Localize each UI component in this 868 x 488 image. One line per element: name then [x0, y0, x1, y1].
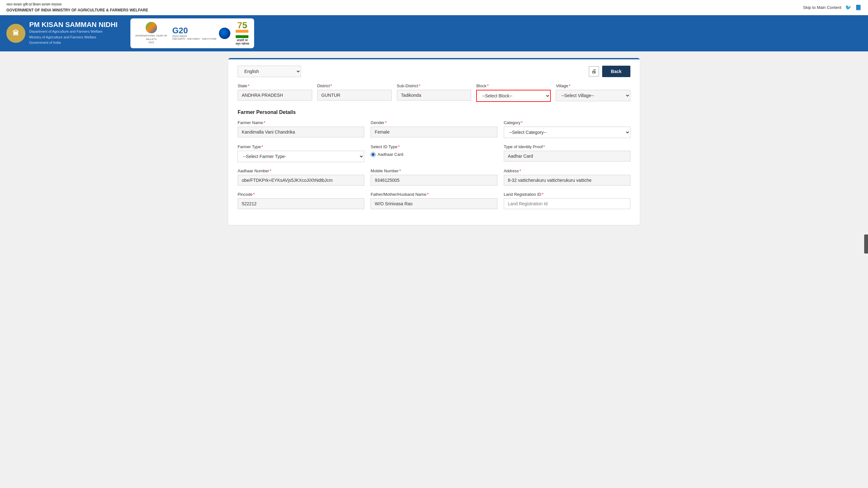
- header-text: PM KISAN SAMMAN NIDHI Department of Agri…: [29, 21, 118, 46]
- gender-field: Gender*: [371, 120, 497, 138]
- father-name-label: Father/Mother/Husband Name*: [371, 192, 497, 197]
- personal-row4: Pincode* Father/Mother/Husband Name* Lan…: [238, 192, 630, 209]
- location-row: State* District* Sub-District*: [238, 84, 630, 102]
- print-button[interactable]: 🖨: [589, 66, 599, 77]
- farmer-type-field: Farmer Type* --Select Farmer Type-: [238, 144, 364, 162]
- district-input: [317, 90, 392, 100]
- g20-sub: ONE EARTH · ONE FAMILY · ONE FUTURE: [172, 38, 216, 40]
- farmer-name-label: Farmer Name*: [238, 120, 364, 125]
- site-sub1: Department of Agriculture and Farmers We…: [29, 29, 118, 35]
- top-actions: English 🖨 Back: [238, 66, 630, 77]
- g20-text: G20 2023 INDIA ONE EARTH · ONE FAMILY · …: [172, 26, 216, 40]
- land-reg-label: Land Registration ID*: [504, 192, 630, 197]
- govt-title: भारत सरकार कृषि एवं किसान कल्याण मंत्राल…: [6, 2, 148, 13]
- india75-number: 75: [236, 21, 249, 30]
- address-input[interactable]: [504, 175, 630, 186]
- block-label: Block*: [476, 84, 551, 88]
- land-reg-field: Land Registration ID*: [504, 192, 630, 209]
- category-label: Category*: [504, 120, 630, 125]
- id-type-label: Select ID Type*: [371, 144, 497, 149]
- block-select[interactable]: --Select Block--: [476, 90, 551, 102]
- identity-proof-field: Type of Identity Proof*: [504, 144, 630, 162]
- g20-globe-icon: [219, 28, 230, 39]
- mobile-field: Mobile Number*: [371, 169, 497, 186]
- aadhaar-radio-label: Aadhaar Card: [377, 152, 403, 157]
- skip-link[interactable]: Skip to Main Content: [803, 5, 841, 10]
- pincode-input[interactable]: [238, 198, 364, 209]
- address-field: Address*: [504, 169, 630, 186]
- site-sub2: Ministry of Agriculture and Farmers Welf…: [29, 35, 118, 40]
- land-reg-input[interactable]: [504, 198, 630, 209]
- millets-logo: INTERNATIONAL YEAR OFMILLETS2023: [135, 22, 167, 44]
- subdistrict-label: Sub-District*: [397, 84, 471, 88]
- gender-input: [371, 127, 497, 138]
- farmer-name-field: Farmer Name*: [238, 120, 364, 138]
- farmer-name-input[interactable]: [238, 127, 364, 138]
- state-required: *: [248, 84, 249, 88]
- azadi-label: आज़ादी काअमृत महोत्सव: [236, 39, 249, 46]
- header-logo: 🏛 PM KISAN SAMMAN NIDHI Department of Ag…: [6, 21, 118, 46]
- village-select[interactable]: --Select Village--: [556, 90, 630, 101]
- address-label: Address*: [504, 169, 630, 173]
- father-name-input[interactable]: [371, 198, 497, 209]
- emblem-icon: 🏛: [6, 24, 25, 43]
- aadhaar-input[interactable]: [238, 175, 364, 186]
- mobile-label: Mobile Number*: [371, 169, 497, 173]
- farmer-type-label: Farmer Type*: [238, 144, 364, 149]
- identity-proof-label: Type of Identity Proof*: [504, 144, 630, 149]
- top-bar: भारत सरकार कृषि एवं किसान कल्याण मंत्राल…: [0, 0, 868, 15]
- g20-section: G20 2023 INDIA ONE EARTH · ONE FAMILY · …: [172, 26, 230, 40]
- gender-label: Gender*: [371, 120, 497, 125]
- village-field: Village* --Select Village--: [556, 84, 630, 102]
- category-field: Category* --Select Category--: [504, 120, 630, 138]
- farmer-type-select[interactable]: --Select Farmer Type-: [238, 151, 364, 162]
- india-flag-icon: [236, 30, 248, 38]
- personal-row2: Farmer Type* --Select Farmer Type- Selec…: [238, 144, 630, 162]
- printer-icon: 🖨: [591, 68, 596, 74]
- pincode-label: Pincode*: [238, 192, 364, 197]
- personal-row1: Farmer Name* Gender* Category* --Select: [238, 120, 630, 138]
- aadhaar-field: Aadhaar Number*: [238, 169, 364, 186]
- site-title: PM KISAN SAMMAN NIDHI: [29, 21, 118, 29]
- personal-section-title: Farmer Personal Details: [238, 110, 630, 115]
- site-sub3: Government of India: [29, 40, 118, 46]
- village-label: Village*: [556, 84, 630, 88]
- id-type-field: Select ID Type* Aadhaar Card: [371, 144, 497, 162]
- english-title: GOVERNMENT OF INDIA MINISTRY OF AGRICULT…: [6, 7, 148, 13]
- district-label: District*: [317, 84, 392, 88]
- aadhaar-label: Aadhaar Number*: [238, 169, 364, 173]
- g20-label: G20: [172, 26, 216, 35]
- facebook-icon[interactable]: 📘: [855, 4, 862, 10]
- father-name-field: Father/Mother/Husband Name*: [371, 192, 497, 209]
- pincode-field: Pincode*: [238, 192, 364, 209]
- category-select[interactable]: --Select Category--: [504, 127, 630, 138]
- top-actions-right: 🖨 Back: [589, 66, 630, 77]
- logos-box: INTERNATIONAL YEAR OFMILLETS2023 G20 202…: [130, 19, 254, 48]
- hindi-title: भारत सरकार कृषि एवं किसान कल्याण मंत्राल…: [6, 2, 148, 7]
- block-field: Block* --Select Block--: [476, 84, 551, 102]
- form-card: English 🖨 Back State*: [228, 58, 640, 225]
- state-field: State*: [238, 84, 312, 102]
- subdistrict-input: [397, 90, 471, 100]
- back-button[interactable]: Back: [602, 66, 630, 77]
- id-type-radio-group: Aadhaar Card: [371, 152, 497, 157]
- twitter-icon[interactable]: 🐦: [845, 4, 851, 10]
- state-input: [238, 90, 312, 100]
- mobile-input[interactable]: [371, 175, 497, 186]
- aadhaar-radio[interactable]: [371, 152, 376, 157]
- top-bar-right: Skip to Main Content 🐦 📘: [803, 4, 862, 10]
- language-select[interactable]: English: [238, 66, 301, 77]
- form-inner: English 🖨 Back State*: [228, 59, 640, 225]
- district-field: District*: [317, 84, 392, 102]
- identity-proof-input: [504, 151, 630, 161]
- millets-icon: [146, 22, 157, 33]
- millets-label: INTERNATIONAL YEAR OFMILLETS2023: [135, 34, 167, 44]
- india75-section: 75 आज़ादी काअमृत महोत्सव: [236, 21, 249, 46]
- g20-year: 2023 INDIA: [172, 35, 216, 38]
- site-header: 🏛 PM KISAN SAMMAN NIDHI Department of Ag…: [0, 15, 868, 52]
- main-content: English 🖨 Back State*: [0, 52, 868, 232]
- subdistrict-field: Sub-District*: [397, 84, 471, 102]
- personal-row3: Aadhaar Number* Mobile Number* Address*: [238, 169, 630, 186]
- state-label: State*: [238, 84, 312, 88]
